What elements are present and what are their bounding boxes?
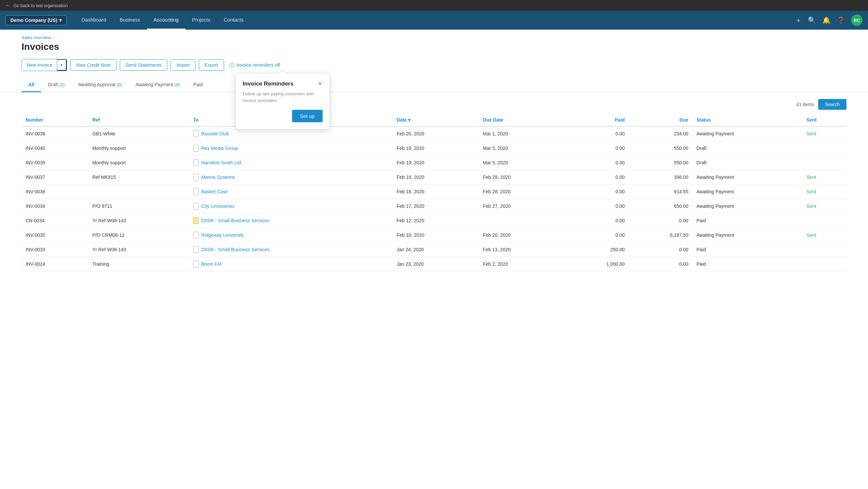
avatar[interactable]: RC	[851, 15, 863, 26]
new-invoice-button[interactable]: New Invoice	[22, 59, 57, 71]
table-row[interactable]: INV-0037 Ref MK815 Marine Systems Feb 19…	[22, 170, 846, 184]
cell-status: Awaiting Payment	[692, 170, 802, 184]
to-name[interactable]: Boom FM	[201, 261, 222, 267]
to-name[interactable]: DIISR - Small Business Services	[201, 247, 270, 252]
cell-paid: 0.00	[565, 155, 629, 170]
tab-paid[interactable]: Paid	[186, 78, 209, 92]
col-paid[interactable]: Paid	[565, 114, 629, 126]
cell-ref: Yr Ref W08-143	[88, 213, 189, 228]
cell-date: Feb 19, 2020	[393, 141, 479, 155]
invoice-reminders-button[interactable]: 🕐 Invoice reminders off	[227, 60, 282, 70]
table-row[interactable]: INV-0036 Basket Case Feb 18, 2020 Feb 28…	[22, 184, 846, 199]
new-invoice-dropdown-arrow[interactable]: ▾	[57, 59, 67, 71]
col-ref[interactable]: Ref	[88, 114, 189, 126]
cell-due-amount: 650.00	[629, 199, 692, 213]
tab-awaiting-payment[interactable]: Awaiting Payment (9)	[129, 78, 187, 92]
to-name[interactable]: DIISR - Small Business Services	[201, 218, 270, 223]
cell-to[interactable]: Basket Case	[189, 184, 393, 199]
cell-due-date: Feb 28, 2020	[479, 184, 565, 199]
to-name[interactable]: Marine Systems	[201, 174, 235, 180]
to-name[interactable]: Hamilton Smith Ltd	[201, 160, 241, 165]
setup-button[interactable]: Set up	[292, 110, 323, 122]
to-name[interactable]: Ridgeway University	[201, 232, 244, 238]
cell-to[interactable]: Ridgeway University	[189, 228, 393, 242]
import-button[interactable]: Import	[170, 59, 195, 71]
cell-due-amount: 396.00	[629, 170, 692, 184]
tab-all[interactable]: All	[22, 78, 41, 92]
nav-contacts[interactable]: Contacts	[217, 11, 250, 30]
cell-status: Awaiting Payment	[692, 199, 802, 213]
cell-to[interactable]: City Limousines	[189, 199, 393, 213]
col-sent[interactable]: Sent	[802, 114, 846, 126]
back-arrow-icon: ←	[5, 2, 11, 8]
to-name[interactable]: Rex Media Group	[201, 145, 238, 151]
send-statements-button[interactable]: Send Statements	[120, 59, 167, 71]
cell-ref: Yr Ref W08-143	[88, 242, 189, 257]
table-row[interactable]: INV-0033 Yr Ref W08-143 DIISR - Small Bu…	[22, 242, 846, 257]
cell-due-date	[479, 213, 565, 228]
dropdown-icon: ▾	[59, 18, 62, 23]
invoice-icon	[193, 261, 198, 267]
reminder-clock-icon: 🕐	[229, 62, 235, 68]
cell-ref: Monthly support	[88, 155, 189, 170]
table-row[interactable]: INV-0038 GB1-White Bayside Club Feb 20, …	[22, 126, 846, 141]
to-name[interactable]: Basket Case	[201, 189, 228, 194]
table-row[interactable]: INV-0034 P/O 9711 City Limousines Feb 17…	[22, 199, 846, 213]
table-row[interactable]: CN-0034 Yr Ref W08-143 DIISR - Small Bus…	[22, 213, 846, 228]
popover-close-button[interactable]: ✕	[318, 81, 323, 87]
cell-to[interactable]: DIISR - Small Business Services	[189, 213, 393, 228]
cell-to[interactable]: Marine Systems	[189, 170, 393, 184]
cell-status: Paid	[692, 257, 802, 271]
cell-number: INV-0033	[22, 242, 88, 257]
cell-to[interactable]: Boom FM	[189, 257, 393, 271]
table-row[interactable]: INV-0040 Monthly support Rex Media Group…	[22, 141, 846, 155]
cell-date: Feb 19, 2020	[393, 155, 479, 170]
nav-projects[interactable]: Projects	[185, 11, 217, 30]
invoice-icon	[193, 246, 198, 253]
col-due-date[interactable]: Due Date	[479, 114, 565, 126]
col-status[interactable]: Status	[692, 114, 802, 126]
cell-paid: 0.00	[565, 141, 629, 155]
back-label[interactable]: Go back to last organisation	[13, 3, 68, 8]
export-button[interactable]: Export	[199, 59, 224, 71]
top-bar: ← Go back to last organisation	[0, 0, 868, 11]
tab-awaiting-approval[interactable]: Awaiting Approval (0)	[71, 78, 129, 92]
cell-number: INV-0036	[22, 184, 88, 199]
breadcrumb[interactable]: Sales overview ›	[22, 35, 846, 40]
tab-draft[interactable]: Draft (2)	[41, 78, 71, 92]
cell-status: Draft	[692, 155, 802, 170]
cell-to[interactable]: Rex Media Group	[189, 141, 393, 155]
nav-dashboard[interactable]: Dashboard	[75, 11, 113, 30]
cell-sent	[802, 242, 846, 257]
table-row[interactable]: INV-0039 Monthly support Hamilton Smith …	[22, 155, 846, 170]
nav-business[interactable]: Business	[113, 11, 147, 30]
col-number[interactable]: Number	[22, 114, 88, 126]
new-credit-note-button[interactable]: New Credit Note	[70, 59, 116, 71]
invoice-icon	[193, 232, 198, 238]
table-row[interactable]: INV-0024 Training Boom FM Jan 23, 2020 F…	[22, 257, 846, 271]
search-icon[interactable]: 🔍	[808, 16, 816, 24]
cell-paid: 0.00	[565, 170, 629, 184]
cell-due-amount: 0.00	[629, 213, 692, 228]
to-name[interactable]: Bayside Club	[201, 131, 229, 136]
notifications-icon[interactable]: 🔔	[822, 16, 831, 24]
items-count: 41 items	[796, 102, 814, 107]
cell-paid: 0.00	[565, 126, 629, 141]
col-due[interactable]: Due	[629, 114, 692, 126]
add-icon[interactable]: ＋	[795, 16, 802, 25]
search-button[interactable]: Search	[818, 99, 846, 110]
to-name[interactable]: City Limousines	[201, 203, 235, 209]
new-invoice-split-button[interactable]: New Invoice ▾	[22, 59, 67, 71]
nav-accounting[interactable]: Accounting	[147, 11, 185, 30]
col-date[interactable]: Date ▾	[393, 114, 479, 126]
invoice-icon	[193, 203, 198, 209]
cell-to[interactable]: DIISR - Small Business Services	[189, 242, 393, 257]
cell-paid: 0.00	[565, 184, 629, 199]
invoice-icon	[193, 174, 198, 180]
cell-date: Feb 10, 2020	[393, 228, 479, 242]
cell-date: Feb 20, 2020	[393, 126, 479, 141]
help-icon[interactable]: ❓	[837, 16, 845, 24]
table-row[interactable]: INV-0035 P/O CRM08-12 Ridgeway Universit…	[22, 228, 846, 242]
company-switcher[interactable]: Demo Company (US) ▾	[5, 15, 67, 25]
cell-to[interactable]: Hamilton Smith Ltd	[189, 155, 393, 170]
